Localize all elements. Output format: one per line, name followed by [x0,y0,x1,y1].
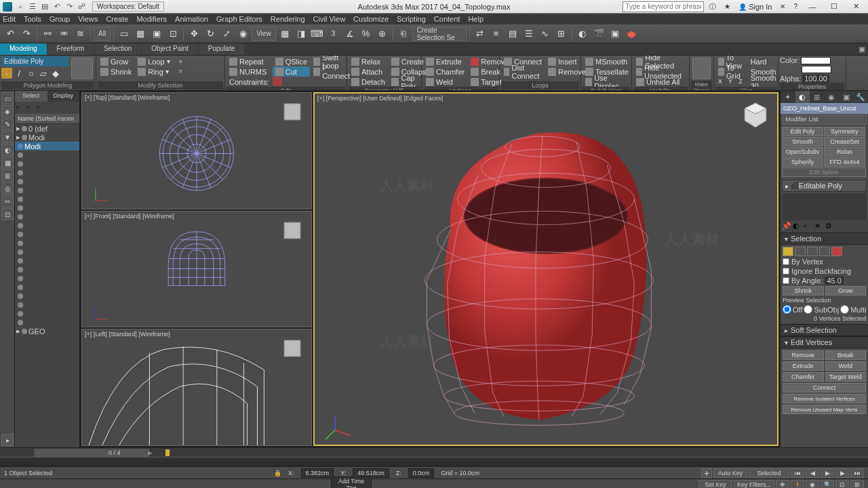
time-slider-track[interactable] [34,449,149,457]
help-icon[interactable]: ? [791,3,800,10]
scene-item[interactable] [15,274,79,283]
menu-grapheditors[interactable]: Graph Editors [216,15,262,23]
scene-item[interactable] [15,203,79,212]
search-input[interactable] [623,1,704,12]
preview-subobj-radio[interactable] [804,305,812,314]
x-coord[interactable]: 6.382cm [301,468,334,478]
play-next[interactable]: ▶ [835,468,849,478]
spinner-snap-button[interactable]: ⊕ [375,26,390,41]
menu-tools[interactable]: Tools [24,15,41,23]
viewport-label[interactable]: [+] [Front] [Standard] [Wireframe] [85,213,174,220]
preview-toggle[interactable] [71,58,93,79]
editable-poly-button[interactable]: Editable Poly [1,56,69,66]
scene-item[interactable] [15,239,79,247]
info-icon[interactable]: ⓘ [707,2,719,12]
angle-value[interactable]: 45.0 [825,277,843,285]
track-bar[interactable] [0,457,868,466]
scene-item[interactable] [15,265,79,274]
mirror-button[interactable]: ⇄ [473,26,488,41]
modifier-list-dropdown[interactable]: Modifier List [782,115,867,125]
lt-expand[interactable]: ▸ [1,434,14,446]
ev-connect[interactable]: Connect [783,383,866,392]
render-setup-button[interactable]: 🎬 [591,26,606,41]
viewport-front[interactable]: [+] [Front] [Standard] [Wireframe] [81,211,312,328]
scene-item[interactable] [15,150,79,159]
mod-creaseset[interactable]: CreaseSet [824,137,865,146]
scene-item[interactable]: ▸Modi [15,133,79,142]
rollout-selection[interactable]: ▾ Selection [781,232,868,245]
hard-button[interactable]: Hard [748,56,779,66]
ev-chamfer[interactable]: Chamfer [783,372,824,382]
ev-targetweld[interactable]: Target Weld [825,372,867,382]
detach-button[interactable]: Detach [349,77,388,87]
lt-tool6[interactable]: ▦ [1,157,14,169]
viewport-left[interactable]: [+] [Left] [Standard] [Wireframe] [81,329,312,446]
viewcube[interactable] [739,99,772,131]
redo-icon[interactable]: ↷ [64,1,75,12]
open-icon[interactable]: ☰ [27,1,38,12]
named-sel-button[interactable]: ⎗ [396,26,411,41]
add-key-button[interactable]: + [701,468,712,478]
togrid-button[interactable]: To Grid [715,66,747,77]
scene-item[interactable] [15,309,79,318]
new-icon[interactable]: ▫ [15,1,26,12]
maximize-button[interactable]: ☐ [825,1,844,13]
stack-editpoly[interactable]: ▸ ⬛ Editable Poly [782,180,867,192]
nurms-button[interactable]: NURMS [226,66,272,77]
smooth30-button[interactable]: Smooth 30 [748,77,779,87]
selection-filter[interactable]: All [94,27,111,41]
star-icon[interactable]: ★ [722,3,733,10]
hideunsel-button[interactable]: Hide Unselected [633,66,688,77]
byangle-checkbox[interactable] [783,277,789,284]
stack-unique[interactable]: ▫ [804,222,813,231]
unhide-button[interactable]: Unhide All [633,77,688,87]
ribbon-pin-icon[interactable]: ▣ [856,43,868,55]
lock-icon[interactable]: 🔒 [274,470,281,476]
menu-group[interactable]: Group [50,15,71,23]
stack-show[interactable]: ◐ [793,222,802,231]
mod-relax[interactable]: Relax [824,147,865,157]
distconnect-button[interactable]: Dist Connect [501,66,545,77]
window-crossing-button[interactable]: ⊡ [165,26,180,41]
snap-angle-button[interactable]: ∡ [342,26,357,41]
cp-tab-modify[interactable]: ◐ [795,91,810,103]
subobj-border[interactable] [807,247,818,256]
cut-button[interactable]: Cut [273,66,310,77]
lt-select[interactable]: ▭ [1,92,14,104]
mod-smooth[interactable]: Smooth [782,137,823,146]
tab-selection[interactable]: Selection [94,43,141,55]
cp-tab-create[interactable]: ✦ [781,91,795,103]
shrink-button[interactable]: Shrink [98,66,134,77]
snap-percent-button[interactable]: % [359,26,374,41]
menu-animation[interactable]: Animation [175,15,208,23]
time-slider[interactable]: ◀ 0 / 4 ▶ [0,447,868,457]
viewport-label[interactable]: [+] [Perspective] [User Defined] [Edged … [317,95,443,102]
tab-modeling[interactable]: Modeling [0,43,47,55]
lt-tool10[interactable]: ⊡ [1,208,14,220]
scene-filter1[interactable]: ▫ [16,103,26,113]
scene-filter3[interactable]: ▫ [37,103,46,113]
ev-removeiso[interactable]: Remove Isolated Vertices [783,394,866,403]
workspace-selector[interactable]: Workspaces: Default [92,1,164,12]
move-button[interactable]: ✥ [186,26,201,41]
viewport-perspective[interactable]: [+] [Perspective] [User Defined] [Edged … [313,92,778,446]
viewport-top[interactable]: [+] [Top] [Standard] [Wireframe] [81,92,312,209]
nav-walk[interactable]: 🚶 [791,480,804,489]
lt-edit[interactable]: ✎ [1,118,14,130]
time-marker[interactable] [165,449,170,456]
constraint-face[interactable] [292,77,301,86]
scene-item[interactable] [15,168,79,177]
grow-sel-button[interactable]: Grow [825,286,867,296]
keyfilters-button[interactable]: Key Filters... [734,480,774,489]
preview-off-radio[interactable] [783,305,791,314]
refcoord-dropdown[interactable]: View [252,27,276,41]
scene-item[interactable] [15,195,79,203]
layer-explorer-button[interactable]: ☰ [521,26,536,41]
element-subobj-button[interactable]: ◆ [50,68,61,79]
stack-config[interactable]: ⚙ [825,222,835,231]
exchange-icon[interactable]: ✕ [777,3,788,10]
rollout-softsel[interactable]: ▸ Soft Selection [781,324,868,336]
cp-tab-motion[interactable]: ◉ [825,91,840,103]
loop-button[interactable]: Loop ▾ [135,56,172,66]
scene-item[interactable] [15,283,79,291]
